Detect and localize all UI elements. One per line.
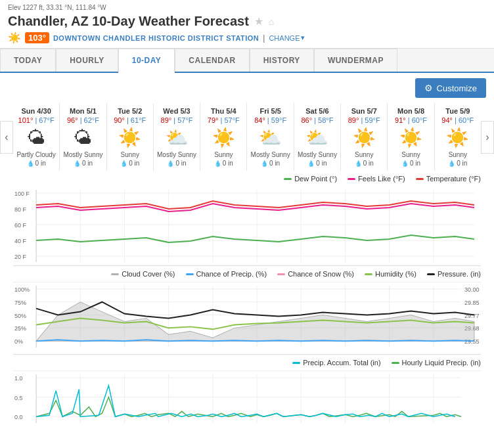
legend-item: Chance of Snow (%)	[277, 270, 354, 278]
precip-icon: 💧	[448, 160, 455, 167]
high-temp: 96°	[67, 116, 78, 124]
precip-icon: 💧	[27, 160, 34, 167]
legend-item: Temperature (°F)	[416, 175, 481, 183]
high-temp: 89°	[161, 116, 172, 124]
precip-amount: 0 in	[457, 160, 467, 167]
day-desc: Sunny	[203, 151, 244, 158]
page-title: Chandler, AZ 10-Day Weather Forecast	[8, 14, 249, 29]
legend-label: Feels Like (°F)	[358, 175, 405, 183]
legend-label: Pressure. (in)	[438, 270, 481, 278]
high-temp: 89°	[348, 116, 359, 124]
day-temps: 89° | 57°F	[156, 116, 197, 124]
low-temp: | 60°F	[455, 116, 474, 124]
title-row: Chandler, AZ 10-Day Weather Forecast ★ ⌂	[8, 14, 486, 29]
prev-arrow[interactable]: ‹	[0, 121, 13, 154]
day-col-0[interactable]: Sun 4/30 101° | 67°F 🌤 Partly Cloudy 💧 0…	[13, 103, 60, 171]
station-link[interactable]: DOWNTOWN CHANDLER HISTORIC DISTRICT STAT…	[53, 34, 259, 42]
day-col-3[interactable]: Wed 5/3 89° | 57°F ⛅ Mostly Sunny 💧 0 in	[154, 103, 200, 171]
legend-color	[348, 178, 355, 180]
day-header: Mon 5/1	[62, 107, 103, 115]
day-col-6[interactable]: Sat 5/6 86° | 58°F ⛅ Mostly Sunny 💧 0 in	[294, 103, 341, 171]
legend-color	[292, 362, 300, 364]
change-link[interactable]: CHANGE ▾	[269, 34, 305, 42]
toolbar: ⚙ Customize	[0, 73, 494, 103]
temp-chart: 100 F 80 F 60 F 40 F 20 F	[13, 187, 481, 265]
home-icon[interactable]: ⌂	[269, 16, 274, 27]
weather-icon: 🌤	[62, 127, 103, 148]
weather-icon: ☀️	[390, 127, 431, 148]
elevation-text: Elev 1227 ft, 33.31 °N, 111.84 °W	[8, 4, 486, 11]
svg-text:0.5: 0.5	[14, 395, 23, 401]
precip-amount: 0 in	[316, 160, 326, 167]
day-col-9[interactable]: Tue 5/9 94° | 60°F ☀️ Sunny 💧 0 in	[435, 103, 481, 171]
svg-text:40 F: 40 F	[14, 238, 27, 244]
day-header: Mon 5/8	[390, 107, 431, 115]
legend-color	[186, 273, 194, 275]
day-header: Tue 5/9	[438, 107, 478, 115]
legend-label: Temperature (°F)	[426, 175, 481, 183]
chevron-down-icon: ▾	[301, 34, 305, 42]
precip-chart-wrapper: Cloud Cover (%)Chance of Precip. (%)Chan…	[13, 265, 481, 354]
change-label: CHANGE	[269, 34, 300, 42]
top-bar: Elev 1227 ft, 33.31 °N, 111.84 °W Chandl…	[0, 0, 494, 49]
wind-chart-wrapper: Precip. Accum. Total (in)Hourly Liquid P…	[13, 354, 481, 430]
day-col-5[interactable]: Fri 5/5 84° | 59°F ⛅ Mostly Sunny 💧 0 in	[247, 103, 294, 171]
sun-icon: ☀️	[8, 32, 21, 44]
svg-text:29.85: 29.85	[464, 300, 480, 306]
precip-amount: 0 in	[269, 160, 280, 167]
day-temps: 86° | 58°F	[297, 116, 338, 124]
wind-chart-legend: Precip. Accum. Total (in)Hourly Liquid P…	[13, 355, 481, 370]
legend-item: Humidity (%)	[365, 270, 416, 278]
legend-label: Hourly Liquid Precip. (in)	[402, 359, 481, 367]
weather-icon: ⛅	[297, 127, 338, 148]
weather-icon: 🌤	[16, 127, 56, 148]
charts-section: Dew Point (°)Feels Like (°F)Temperature …	[0, 171, 494, 430]
svg-text:0%: 0%	[14, 338, 23, 345]
star-icon[interactable]: ★	[254, 15, 263, 28]
precip: 💧 0 in	[110, 160, 150, 167]
precip-icon: 💧	[355, 160, 362, 167]
svg-text:0.0: 0.0	[14, 414, 23, 420]
high-temp: 94°	[441, 116, 453, 124]
tab-hourly[interactable]: HOURLY	[56, 49, 118, 72]
tab-10day[interactable]: 10-DAY	[118, 49, 175, 73]
next-arrow[interactable]: ›	[481, 121, 494, 154]
precip: 💧 0 in	[297, 160, 338, 167]
precip: 💧 0 in	[16, 160, 56, 167]
precip-amount: 0 in	[175, 160, 186, 167]
day-desc: Sunny	[344, 151, 384, 158]
legend-item: Precip. Accum. Total (in)	[292, 359, 380, 367]
day-header: Sat 5/6	[297, 107, 338, 115]
low-temp: | 57°F	[173, 116, 192, 124]
svg-text:60 F: 60 F	[14, 222, 27, 229]
day-col-8[interactable]: Mon 5/8 91° | 60°F ☀️ Sunny 💧 0 in	[388, 103, 434, 171]
precip: 💧 0 in	[390, 160, 431, 167]
day-col-2[interactable]: Tue 5/2 90° | 61°F ☀️ Sunny 💧 0 in	[107, 103, 154, 171]
day-col-4[interactable]: Thu 5/4 79° | 57°F ☀️ Sunny 💧 0 in	[200, 103, 247, 171]
legend-color	[284, 178, 292, 180]
tab-calendar[interactable]: CALENDAR	[175, 49, 249, 72]
cloud-chart: 100% 75% 50% 25% 0% 30.00 29.85 29.77 29…	[13, 282, 481, 354]
day-desc: Sunny	[390, 151, 431, 158]
weather-icon: ☀️	[110, 127, 150, 148]
day-desc: Mostly Sunny	[62, 151, 103, 158]
precip-chart-legend: Cloud Cover (%)Chance of Precip. (%)Chan…	[13, 266, 481, 282]
svg-text:50%: 50%	[14, 313, 26, 319]
nav-tabs: TODAY HOURLY 10-DAY CALENDAR HISTORY WUN…	[0, 49, 494, 73]
precip-icon: 💧	[401, 160, 409, 167]
day-col-7[interactable]: Sun 5/7 89° | 59°F ☀️ Sunny 💧 0 in	[341, 103, 388, 171]
customize-button[interactable]: ⚙ Customize	[415, 78, 486, 98]
day-desc: Sunny	[110, 151, 150, 158]
tab-today[interactable]: TODAY	[0, 49, 56, 72]
tab-history[interactable]: HISTORY	[250, 49, 314, 72]
svg-text:25%: 25%	[14, 325, 26, 332]
day-col-1[interactable]: Mon 5/1 96° | 62°F 🌤 Mostly Sunny 💧 0 in	[60, 103, 106, 171]
svg-text:30.00: 30.00	[464, 286, 480, 293]
day-header: Sun 4/30	[16, 107, 56, 115]
legend-item: Pressure. (in)	[427, 270, 481, 278]
day-temps: 90° | 61°F	[110, 116, 150, 124]
precip-amount: 0 in	[363, 160, 374, 167]
day-temps: 91° | 60°F	[390, 116, 431, 124]
tab-wundermap[interactable]: WUNDERMAP	[314, 49, 397, 72]
precip-amount: 0 in	[82, 160, 93, 167]
